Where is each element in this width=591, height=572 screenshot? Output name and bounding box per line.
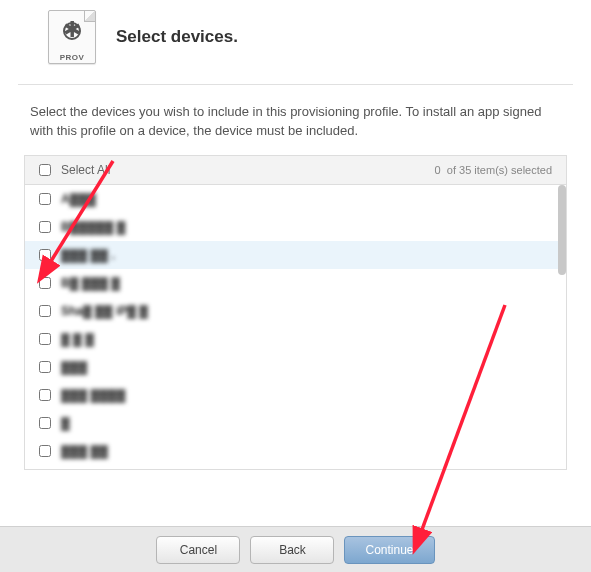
device-checkbox[interactable]	[39, 445, 51, 457]
device-label: B▓ ▓▓▓ ▓	[61, 276, 120, 290]
table-row[interactable]: ▓▓▓	[25, 353, 566, 381]
prov-icon: PROV	[48, 10, 96, 64]
device-checkbox[interactable]	[39, 305, 51, 317]
page-title: Select devices.	[116, 27, 238, 47]
device-label: B▓▓▓▓▓ ▓	[61, 220, 126, 234]
table-row[interactable]: ▓▓▓ ▓▓▓▓	[25, 381, 566, 409]
device-checkbox[interactable]	[39, 221, 51, 233]
cancel-button[interactable]: Cancel	[156, 536, 240, 564]
instruction-text: Select the devices you wish to include i…	[0, 85, 591, 155]
device-checkbox[interactable]	[39, 333, 51, 345]
page-header: PROV Select devices.	[18, 0, 573, 85]
device-checkbox[interactable]	[39, 417, 51, 429]
device-list: Select All 0 of 35 item(s) selected A▓▓▓…	[24, 155, 567, 470]
prov-icon-label: PROV	[48, 53, 96, 62]
device-checkbox[interactable]	[39, 193, 51, 205]
device-label: Sha▓ ▓▓ iP▓ ▓	[61, 304, 148, 318]
device-label: ▓	[61, 416, 70, 430]
table-row[interactable]: A▓▓▓	[25, 185, 566, 213]
device-checkbox[interactable]	[39, 361, 51, 373]
table-row[interactable]: ▓ ▓ ▓	[25, 325, 566, 353]
table-row[interactable]: ▓	[25, 409, 566, 437]
table-row[interactable]: Sha▓ ▓▓ iP▓ ▓	[25, 297, 566, 325]
select-all-checkbox[interactable]	[39, 164, 51, 176]
select-all-label: Select All	[61, 163, 435, 177]
table-row[interactable]: B▓ ▓▓▓ ▓	[25, 269, 566, 297]
device-checkbox[interactable]	[39, 249, 51, 261]
device-label: ▓ ▓ ▓	[61, 332, 94, 346]
list-header: Select All 0 of 35 item(s) selected	[25, 156, 566, 185]
table-row[interactable]: ▓▓▓ ▓▓	[25, 437, 566, 465]
footer-bar: Cancel Back Continue	[0, 526, 591, 572]
table-row[interactable]: ▓▓▓ ▓▓ .	[25, 241, 566, 269]
device-label: ▓▓▓	[61, 360, 87, 374]
device-label: ▓▓▓ ▓▓	[61, 444, 108, 458]
scrollbar[interactable]	[558, 185, 566, 275]
selection-count: 0 of 35 item(s) selected	[435, 164, 552, 176]
table-row[interactable]: B▓▓▓▓▓ ▓	[25, 213, 566, 241]
device-checkbox[interactable]	[39, 389, 51, 401]
continue-button[interactable]: Continue	[344, 536, 434, 564]
list-body[interactable]: A▓▓▓B▓▓▓▓▓ ▓▓▓▓ ▓▓ .B▓ ▓▓▓ ▓Sha▓ ▓▓ iP▓ …	[25, 185, 566, 468]
back-button[interactable]: Back	[250, 536, 334, 564]
device-checkbox[interactable]	[39, 277, 51, 289]
device-label: ▓▓▓ ▓▓▓▓	[61, 388, 126, 402]
device-label: A▓▓▓	[61, 192, 96, 206]
device-label: ▓▓▓ ▓▓ .	[61, 248, 115, 262]
